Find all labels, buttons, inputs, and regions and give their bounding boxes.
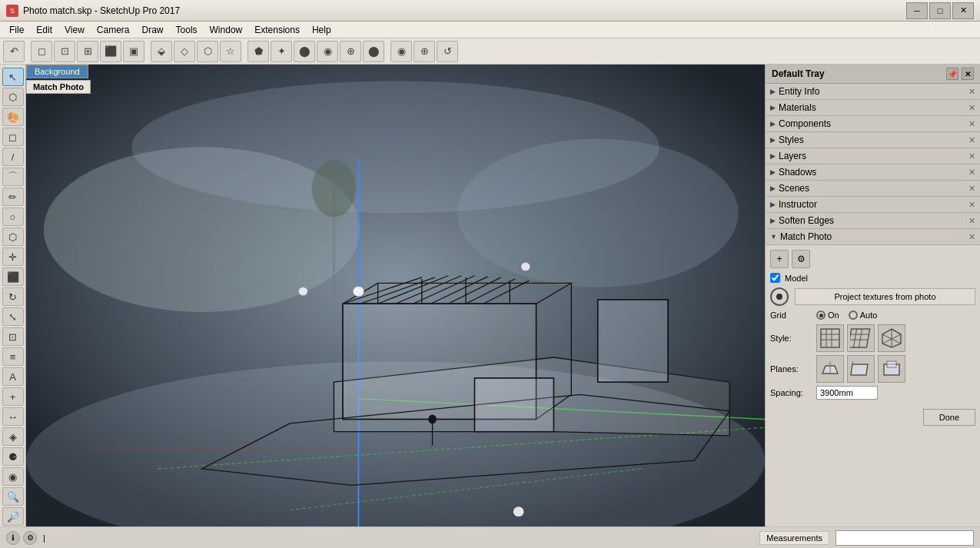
- toolbar-button-14[interactable]: ⊕: [340, 41, 361, 62]
- done-button[interactable]: Done: [923, 409, 975, 426]
- match-photo-settings-button[interactable]: ⚙: [792, 250, 810, 268]
- left-tool-rotate[interactable]: ↻: [2, 287, 24, 306]
- tray-header-soften-edges[interactable]: ▶ Soften Edges ✕: [766, 213, 980, 228]
- tray-header-materials[interactable]: ▶ Materials ✕: [766, 100, 980, 115]
- toolbar-button-3[interactable]: ⊞: [77, 41, 98, 62]
- plane-icon-1[interactable]: [816, 355, 844, 383]
- toolbar-button-12[interactable]: ⬤: [294, 41, 315, 62]
- measurements-input[interactable]: [835, 530, 974, 546]
- grid-on-radio[interactable]: [816, 311, 826, 320]
- left-tool-components[interactable]: ⬡: [2, 88, 24, 106]
- menu-item-draw[interactable]: Draw: [136, 23, 170, 37]
- viewport-background: [26, 65, 765, 526]
- info-icon[interactable]: ℹ: [6, 531, 20, 545]
- tray-close-icon[interactable]: ✕: [968, 232, 975, 242]
- toolbar-separator: [243, 41, 246, 62]
- toolbar-button-6[interactable]: ⬙: [151, 41, 172, 62]
- tray-header-layers[interactable]: ▶ Layers ✕: [766, 148, 980, 164]
- grid-auto-option[interactable]: Auto: [849, 311, 878, 320]
- tray-close-icon[interactable]: ✕: [968, 135, 975, 145]
- toolbar-button-17[interactable]: ⊕: [414, 41, 435, 62]
- menu-item-extensions[interactable]: Extensions: [248, 23, 306, 37]
- left-tool-zoom-out[interactable]: 🔎: [2, 507, 24, 526]
- toolbar-button-11[interactable]: ✦: [271, 41, 292, 62]
- tray-header-scenes[interactable]: ▶ Scenes ✕: [766, 181, 980, 196]
- style-icon-2[interactable]: [847, 324, 875, 352]
- left-tool-move[interactable]: ✛: [2, 247, 24, 266]
- spacing-input[interactable]: [816, 386, 878, 400]
- left-tool-eraser[interactable]: ◻: [2, 128, 24, 146]
- toolbar-button-18[interactable]: ↺: [437, 41, 458, 62]
- style-icon-1[interactable]: [816, 324, 844, 352]
- left-tool-walk[interactable]: ⚈: [2, 447, 24, 466]
- background-tab[interactable]: Background: [26, 65, 88, 78]
- menu-item-camera[interactable]: Camera: [91, 23, 136, 37]
- left-tool-line[interactable]: /: [2, 148, 24, 166]
- style-icon-3[interactable]: [878, 324, 905, 352]
- left-tool-axis[interactable]: +: [2, 387, 24, 406]
- add-match-photo-button[interactable]: +: [770, 250, 789, 268]
- project-textures-button[interactable]: Project textures from photo: [795, 288, 975, 305]
- plane-icon-2[interactable]: [847, 355, 875, 383]
- toolbar-button-15[interactable]: ⬤: [363, 41, 384, 62]
- toolbar-button-2[interactable]: ⊡: [54, 41, 75, 62]
- left-tool-tape[interactable]: ≡: [2, 347, 24, 366]
- left-tool-offset[interactable]: ⊡: [2, 327, 24, 346]
- toolbar-button-1[interactable]: ◻: [31, 41, 52, 62]
- toolbar-button-4[interactable]: ⬛: [100, 41, 121, 62]
- tray-header-match-photo[interactable]: ▼ Match Photo ✕: [766, 229, 980, 244]
- toolbar-button-16[interactable]: ◉: [390, 41, 412, 62]
- toolbar-button-8[interactable]: ⬡: [197, 41, 218, 62]
- viewport[interactable]: Background Match Photo: [26, 65, 765, 526]
- tray-header-shadows[interactable]: ▶ Shadows ✕: [766, 164, 980, 180]
- left-tool-select[interactable]: ↖: [2, 68, 24, 86]
- close-button[interactable]: ✕: [952, 2, 974, 19]
- main-area: ↖⬡🎨◻/⌒✏○⬡✛⬛↻⤡⊡≡A+↔◈⚈◉🔍🔎↺✋ Background Mat…: [0, 65, 980, 526]
- menu-item-tools[interactable]: Tools: [170, 23, 204, 37]
- minimize-button[interactable]: ─: [906, 2, 928, 19]
- toolbar-button-5[interactable]: ▣: [123, 41, 145, 62]
- toolbar-button-7[interactable]: ◇: [174, 41, 195, 62]
- tray-close-icon[interactable]: ✕: [968, 216, 975, 226]
- grid-on-option[interactable]: On: [816, 311, 839, 320]
- left-tool-circle[interactable]: ○: [2, 208, 24, 226]
- menu-item-help[interactable]: Help: [306, 23, 337, 37]
- menu-item-edit[interactable]: Edit: [30, 23, 58, 37]
- left-tool-zoom[interactable]: 🔍: [2, 487, 24, 506]
- menu-item-file[interactable]: File: [3, 23, 30, 37]
- tray-header-styles[interactable]: ▶ Styles ✕: [766, 132, 980, 148]
- tray-header-components[interactable]: ▶ Components ✕: [766, 116, 980, 131]
- left-tool-pencil[interactable]: ✏: [2, 188, 24, 206]
- left-tool-dim[interactable]: ↔: [2, 407, 24, 426]
- left-tool-text[interactable]: A: [2, 367, 24, 386]
- left-tool-look[interactable]: ◉: [2, 467, 24, 486]
- toolbar-button-9[interactable]: ☆: [220, 41, 241, 62]
- left-tool-push[interactable]: ⬛: [2, 267, 24, 286]
- tray-header-instructor[interactable]: ▶ Instructor ✕: [766, 197, 980, 212]
- tray-header-entity-info[interactable]: ▶ Entity Info ✕: [766, 84, 980, 99]
- left-tool-arc[interactable]: ⌒: [2, 168, 24, 186]
- left-tool-poly[interactable]: ⬡: [2, 228, 24, 246]
- left-tool-section[interactable]: ◈: [2, 427, 24, 446]
- menu-item-window[interactable]: Window: [204, 23, 249, 37]
- toolbar-button-10[interactable]: ⬟: [247, 41, 269, 62]
- menu-item-view[interactable]: View: [58, 23, 91, 37]
- toolbar-button-0[interactable]: ↶: [3, 41, 25, 62]
- settings-icon[interactable]: ⚙: [23, 531, 37, 545]
- restore-button[interactable]: □: [929, 2, 951, 19]
- tray-close-icon[interactable]: ✕: [968, 87, 975, 97]
- panel-pin-button[interactable]: 📌: [946, 68, 958, 80]
- tray-close-icon[interactable]: ✕: [968, 200, 975, 210]
- left-tool-paint[interactable]: 🎨: [2, 108, 24, 126]
- panel-close-button[interactable]: ✕: [962, 68, 974, 80]
- tray-close-icon[interactable]: ✕: [968, 151, 975, 161]
- tray-close-icon[interactable]: ✕: [968, 184, 975, 194]
- grid-auto-radio[interactable]: [849, 311, 858, 320]
- model-checkbox[interactable]: [770, 273, 780, 283]
- tray-close-icon[interactable]: ✕: [968, 168, 975, 178]
- plane-icon-3[interactable]: [878, 355, 905, 383]
- tray-close-icon[interactable]: ✕: [968, 119, 975, 129]
- left-tool-scale[interactable]: ⤡: [2, 307, 24, 326]
- tray-close-icon[interactable]: ✕: [968, 103, 975, 113]
- toolbar-button-13[interactable]: ◉: [317, 41, 338, 62]
